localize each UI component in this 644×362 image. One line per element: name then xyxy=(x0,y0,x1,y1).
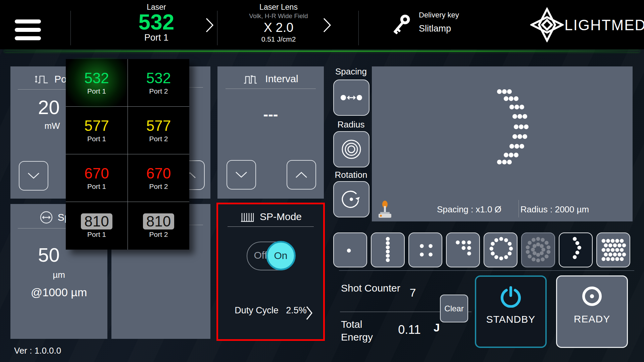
version-text: Ver : 1.0.0.0 xyxy=(14,346,61,356)
toggle-on-knob[interactable]: On xyxy=(266,241,296,270)
wavelength-option-670-port-1[interactable]: 670Port 1 xyxy=(66,154,128,202)
menu-button[interactable] xyxy=(15,19,41,40)
wavelength-value: 577 xyxy=(84,118,109,134)
spacing-icon xyxy=(340,93,362,102)
lens-fluence: 0.51 J/cm2 xyxy=(228,35,329,43)
pattern-button-square-2x2[interactable] xyxy=(408,232,442,267)
spot-secondary: @1000 µm xyxy=(10,286,107,299)
wavelength-option-577-port-1[interactable]: 577Port 1 xyxy=(66,107,128,154)
delivery-key-value: Slitlamp xyxy=(419,23,459,34)
chevron-right-icon xyxy=(323,17,332,33)
pattern-button-grid[interactable] xyxy=(596,232,630,267)
spacing-label: Spacing xyxy=(333,66,369,77)
arc-pattern-icon xyxy=(559,233,592,267)
total-energy-label: Total Energy xyxy=(341,318,395,344)
standby-button[interactable]: STANDBY xyxy=(475,275,547,348)
wavelength-option-810-port-2[interactable]: 810Port 2 xyxy=(128,202,189,250)
divider xyxy=(339,270,634,271)
key-icon xyxy=(386,9,414,42)
wavelength-port: Port 1 xyxy=(87,135,106,143)
wavelength-value: 532 xyxy=(146,70,171,86)
wavelength-value: 532 xyxy=(84,70,109,86)
power-decrease-button[interactable] xyxy=(19,161,48,191)
interval-increase-button[interactable] xyxy=(287,160,316,190)
power-icon xyxy=(500,286,522,308)
pulse-icon xyxy=(35,73,50,85)
toggle-off-label[interactable]: Off xyxy=(254,250,267,261)
wavelength-value: 577 xyxy=(146,118,171,134)
delivery-key-label: Delivery key xyxy=(419,11,459,19)
ready-label: READY xyxy=(574,313,610,325)
vertical-line-pattern-icon xyxy=(371,233,404,267)
pattern-button-wedge[interactable] xyxy=(446,232,480,267)
chevron-right-icon xyxy=(306,306,313,320)
pattern-button-double-ring xyxy=(521,232,555,267)
divider xyxy=(228,226,314,227)
header-divider xyxy=(217,11,217,45)
rotation-label: Rotation xyxy=(333,170,369,180)
rotation-button[interactable] xyxy=(333,181,369,217)
pattern-selector xyxy=(333,232,630,267)
lens-magnification: X 2.0 xyxy=(228,20,329,35)
wavelength-option-532-port-1[interactable]: 532Port 1 xyxy=(66,59,128,107)
chevron-down-icon xyxy=(27,172,40,179)
shot-counter-value: 7 xyxy=(401,286,425,299)
joystick-icon xyxy=(377,201,393,219)
laser-selector[interactable]: Laser 532 Port 1 xyxy=(93,3,220,43)
toggle-on-label: On xyxy=(274,250,287,261)
radius-button[interactable] xyxy=(333,131,369,167)
pattern-button-vertical-line[interactable] xyxy=(371,232,405,267)
delivery-key-block: Delivery key Slitlamp xyxy=(419,11,459,34)
wavelength-option-810-port-1[interactable]: 810Port 1 xyxy=(66,202,128,250)
hamburger-icon xyxy=(15,19,41,23)
spot-unit: µm xyxy=(10,270,107,280)
pattern-preview xyxy=(372,66,633,221)
radius-label: Radius xyxy=(333,119,369,130)
pattern-button-arc[interactable] xyxy=(559,232,593,267)
total-energy-unit: J xyxy=(434,321,440,334)
brand-name: LIGHTMED xyxy=(564,17,644,34)
wavelength-port: Port 1 xyxy=(87,183,106,191)
pattern-button-single-spot[interactable] xyxy=(333,232,367,267)
wavelength-port: Port 2 xyxy=(149,230,168,239)
chevron-up-icon xyxy=(295,171,308,178)
double-ring-pattern-icon xyxy=(522,233,554,267)
grid-pattern-icon xyxy=(597,233,630,267)
lens-selector[interactable]: Laser Lens Volk, H-R Wide Field X 2.0 0.… xyxy=(228,3,329,43)
divider xyxy=(226,89,316,89)
chevron-down-icon xyxy=(235,171,248,178)
single-spot-pattern-icon xyxy=(334,233,366,267)
wavelength-port: Port 2 xyxy=(149,183,168,191)
total-energy-value: 0.11 xyxy=(393,323,426,337)
sp-mode-panel: SP-Mode Off On Duty Cycle 2.5% xyxy=(216,203,325,341)
spacing-button[interactable] xyxy=(333,80,369,116)
clear-button[interactable]: Clear xyxy=(440,295,468,322)
spacing-status: Spacing : x1.0 Ø xyxy=(419,204,519,215)
wavelength-option-532-port-2[interactable]: 532Port 2 xyxy=(128,59,189,107)
ready-button[interactable]: READY xyxy=(556,275,628,348)
wavelength-port: Port 1 xyxy=(87,87,106,95)
sp-mode-toggle[interactable]: Off On xyxy=(247,242,295,270)
interval-panel: Interval --- xyxy=(217,66,324,199)
interval-decrease-button[interactable] xyxy=(227,160,256,190)
wavelength-value: 670 xyxy=(84,165,109,182)
interval-title: Interval xyxy=(265,73,298,85)
radius-icon xyxy=(341,139,362,160)
sp-mode-title: SP-Mode xyxy=(260,211,302,222)
pattern-button-circle-ring[interactable] xyxy=(484,232,517,267)
radius-status: Radius : 2000 µm xyxy=(506,204,603,215)
wavelength-option-670-port-2[interactable]: 670Port 2 xyxy=(128,154,189,202)
wavelength-option-577-port-2[interactable]: 577Port 2 xyxy=(128,107,189,154)
wavelength-popup: 532Port 1532Port 2577Port 1577Port 2670P… xyxy=(66,59,189,250)
standby-label: STANDBY xyxy=(486,314,535,325)
wavelength-value: 810 xyxy=(143,213,174,229)
header-bar: Laser 532 Port 1 Laser Lens Volk, H-R Wi… xyxy=(0,0,644,49)
wavelength-grid: 532Port 1532Port 2577Port 1577Port 2670P… xyxy=(66,59,189,250)
header-divider xyxy=(70,11,71,45)
duty-cycle-value: 2.5% xyxy=(286,305,307,315)
header-divider xyxy=(358,11,359,45)
duty-cycle-label: Duty Cycle xyxy=(235,305,279,315)
chevron-right-icon xyxy=(205,17,214,33)
shot-counter-label: Shot Counter xyxy=(341,282,401,295)
lens-label: Laser Lens xyxy=(228,3,329,12)
